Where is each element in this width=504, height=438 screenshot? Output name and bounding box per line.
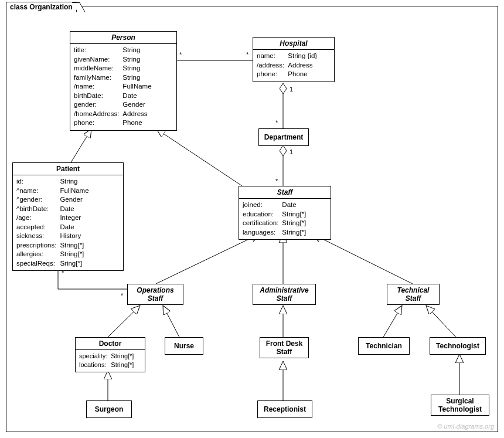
class-staff: Staff joined:Dateeducation:String[*]cert…: [239, 186, 331, 240]
class-administrative-staff: Administrative Staff: [253, 284, 316, 305]
class-surgeon: Surgeon: [86, 400, 132, 418]
class-title: Receptionist: [258, 401, 312, 417]
class-department: Department: [258, 128, 309, 146]
class-attrs: name:String {id}/address:Addressphone:Ph…: [253, 50, 334, 82]
class-attrs: speciality:String[*]locations:String[*]: [76, 350, 145, 372]
mult-person-right: *: [246, 51, 249, 58]
class-title: Administrative Staff: [253, 284, 315, 304]
class-operations-staff: Operations Staff: [127, 284, 183, 305]
class-title: Staff: [239, 186, 331, 198]
class-hospital: Hospital name:String {id}/address:Addres…: [253, 37, 335, 82]
svg-line-5: [156, 234, 260, 284]
svg-line-8: [108, 305, 140, 337]
mult-dept-staff-1: 1: [289, 148, 294, 155]
class-doctor: Doctor speciality:String[*]locations:Str…: [75, 337, 145, 372]
diagram-frame: class Organization: [6, 6, 498, 432]
class-title: Nurse: [165, 338, 203, 354]
credit-text: © uml-diagrams.org: [437, 423, 494, 430]
class-title: Doctor: [76, 338, 145, 349]
class-title: Technical Staff: [387, 284, 439, 304]
class-technical-staff: Technical Staff: [387, 284, 440, 305]
mult-pat-ops-2: *: [120, 292, 124, 299]
class-technologist: Technologist: [430, 337, 486, 355]
svg-line-7: [312, 234, 413, 284]
mult-person-left: *: [179, 51, 182, 58]
class-title: Operations Staff: [128, 284, 183, 304]
svg-line-9: [163, 305, 179, 337]
class-attrs: title:StringgivenName:StringmiddleName:S…: [70, 44, 176, 130]
class-title: Person: [70, 32, 176, 43]
class-patient: Patient id:String^name:FullName^gender:G…: [12, 162, 124, 271]
class-receptionist: Receptionist: [257, 400, 312, 418]
class-surgical-technologist: Surgical Technologist: [431, 395, 489, 416]
class-title: Technician: [359, 338, 409, 354]
mult-dept-staff-star: *: [275, 178, 278, 185]
mult-hosp-dept-star: *: [275, 119, 278, 126]
class-title: Surgical Technologist: [431, 395, 489, 415]
svg-line-3: [71, 129, 91, 162]
class-front-desk-staff: Front Desk Staff: [260, 337, 309, 358]
class-title: Surgeon: [87, 401, 131, 417]
class-attrs: joined:Dateeducation:String[*]certificat…: [239, 199, 331, 239]
class-nurse: Nurse: [165, 337, 203, 355]
svg-line-12: [426, 305, 456, 337]
frame-label: class Organization: [6, 2, 77, 12]
class-title: Patient: [13, 163, 123, 175]
class-title: Front Desk Staff: [260, 338, 308, 358]
class-person: Person title:StringgivenName:Stringmiddl…: [70, 31, 177, 131]
svg-line-4: [156, 129, 246, 188]
svg-line-11: [383, 305, 402, 337]
class-attrs: id:String^name:FullName^gender:Gender^bi…: [13, 175, 123, 270]
class-title: Department: [259, 129, 308, 145]
class-title: Hospital: [253, 38, 334, 49]
class-technician: Technician: [358, 337, 410, 355]
mult-hosp-dept-1: 1: [289, 86, 294, 93]
class-title: Technologist: [430, 338, 485, 354]
